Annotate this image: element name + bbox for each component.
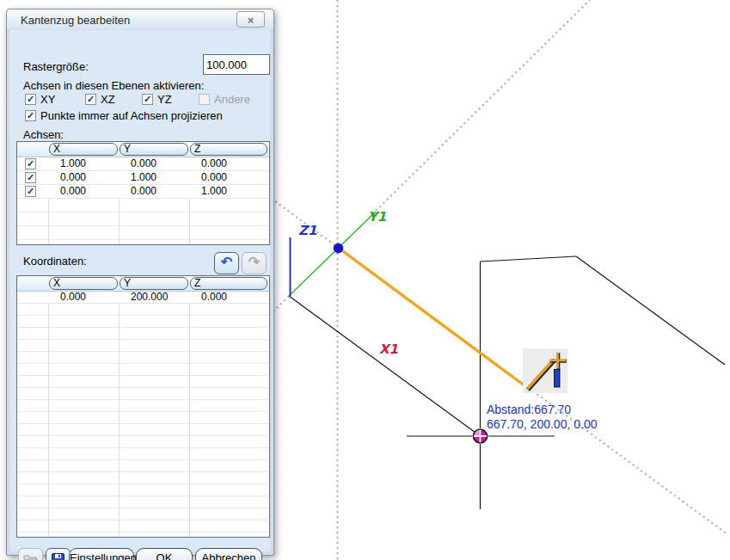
row-checkbox[interactable]: ✓: [25, 172, 36, 183]
checkbox-label: Punkte immer auf Achsen projizieren: [40, 109, 223, 122]
table-row[interactable]: 0.000 200.000 0.000: [17, 292, 269, 304]
folder-icon: [23, 553, 38, 560]
checkbox-box[interactable]: ✓: [25, 110, 36, 121]
save-button[interactable]: [46, 548, 71, 560]
grid-size-label: Rastergröße:: [23, 60, 89, 73]
open-button: [18, 548, 43, 560]
cell-z[interactable]: 0.000: [190, 157, 269, 170]
planes-section-label: Achsen in diesen Ebenen aktivieren:: [23, 79, 204, 92]
app-canvas: Z1 Y1 X1 Abstand:667.70 667.70, 200.00, …: [0, 0, 730, 560]
row-checkbox[interactable]: ✓: [25, 186, 36, 197]
checkbox-yz[interactable]: ✓ YZ: [142, 93, 172, 105]
close-button[interactable]: ×: [236, 11, 265, 28]
column-header-x[interactable]: X: [49, 143, 118, 156]
undo-button[interactable]: ↶: [214, 252, 239, 274]
table-row[interactable]: ✓ 1.000 0.000 0.000: [17, 157, 269, 171]
table-row[interactable]: ✓ 0.000 0.000 1.000: [17, 185, 269, 199]
coordinates-table-header: X Y Z: [17, 276, 269, 292]
checkbox-label: YZ: [157, 93, 172, 106]
checkbox-andere: Andere: [199, 93, 250, 105]
table-row[interactable]: ✓ 0.000 1.000 0.000: [17, 171, 269, 185]
cell-z[interactable]: 0.000: [190, 171, 269, 184]
column-header-z[interactable]: Z: [190, 143, 267, 156]
cell-x[interactable]: 1.000: [49, 157, 120, 170]
snap-point-marker[interactable]: [473, 428, 488, 444]
dialog-titlebar[interactable]: Kantenzug bearbeiten ×: [7, 9, 273, 31]
checkbox-project-points[interactable]: ✓ Punkte immer auf Achsen projizieren: [25, 109, 223, 121]
checkbox-box[interactable]: ✓: [142, 94, 153, 105]
checkbox-box[interactable]: ✓: [85, 94, 96, 105]
cell-x[interactable]: 0.000: [49, 171, 120, 184]
settings-button[interactable]: Einstellungen: [69, 548, 134, 560]
construction-line-y-extension: [376, 0, 590, 211]
close-icon: ×: [248, 14, 255, 27]
axes-section-label: Achsen:: [23, 128, 64, 141]
cell-y[interactable]: 0.000: [120, 157, 190, 170]
coordinate-readout: 667.70, 200.00, 0.00: [487, 417, 597, 431]
axes-table[interactable]: X Y Z ✓ 1.000 0.000 0.000 ✓: [16, 141, 270, 245]
geometry-diagonal-edge[interactable]: [576, 256, 725, 365]
cell-x[interactable]: 0.000: [49, 292, 120, 303]
distance-readout: Abstand:667.70: [487, 403, 571, 416]
cell-z[interactable]: 1.000: [190, 185, 269, 198]
grid-size-input[interactable]: [203, 54, 270, 75]
redo-icon: ↷: [248, 255, 260, 269]
checkbox-xy[interactable]: ✓ XY: [25, 93, 55, 105]
ok-button[interactable]: OK: [136, 548, 193, 560]
save-icon: [52, 553, 64, 560]
row-checkbox[interactable]: ✓: [25, 158, 36, 169]
draw-cursor-icon: [523, 348, 567, 393]
cell-x[interactable]: 0.000: [49, 185, 120, 198]
coordinates-table-body[interactable]: 0.000 200.000 0.000: [17, 292, 269, 537]
checkbox-label: XZ: [101, 93, 115, 106]
checkbox-box: [199, 94, 210, 105]
column-header-x[interactable]: X: [49, 277, 118, 290]
checkbox-label: XY: [40, 93, 55, 106]
checkbox-box[interactable]: ✓: [25, 94, 36, 105]
coordinates-table[interactable]: X Y Z 0.000 200.000 0.000: [16, 275, 270, 538]
current-point[interactable]: [334, 243, 343, 253]
sketch-segment[interactable]: [339, 249, 527, 388]
column-header-z[interactable]: Z: [190, 277, 267, 290]
construction-line-y-below-origin: [273, 296, 289, 312]
cell-y[interactable]: 0.000: [120, 185, 190, 198]
edit-polyline-dialog: Kantenzug bearbeiten × Rastergröße: Achs…: [6, 9, 274, 556]
column-header-y[interactable]: Y: [120, 143, 188, 156]
axes-table-header: X Y Z: [17, 142, 269, 157]
cell-y[interactable]: 1.000: [120, 171, 190, 184]
redo-button: ↷: [242, 252, 267, 274]
y-axis-label: Y1: [368, 209, 386, 225]
axes-table-body[interactable]: ✓ 1.000 0.000 0.000 ✓ 0.000 1.000 0.000 …: [17, 157, 269, 244]
coordinates-section-label: Koordinaten:: [23, 255, 87, 268]
undo-icon: ↶: [221, 255, 232, 269]
x-axis-label: X1: [379, 342, 398, 357]
cancel-button[interactable]: Abbrechen: [195, 548, 262, 560]
checkbox-label: Andere: [214, 93, 250, 106]
geometry-top-edge[interactable]: [481, 256, 577, 262]
cell-y[interactable]: 200.000: [120, 292, 190, 303]
column-header-y[interactable]: Y: [120, 277, 188, 290]
x-axis-line: [289, 296, 481, 436]
dialog-body: Rastergröße: Achsen in diesen Ebenen akt…: [10, 30, 270, 551]
z-axis-label: Z1: [298, 223, 316, 238]
dialog-title: Kantenzug bearbeiten: [21, 14, 130, 27]
checkbox-xz[interactable]: ✓ XZ: [85, 93, 115, 105]
cell-z[interactable]: 0.000: [190, 292, 269, 303]
